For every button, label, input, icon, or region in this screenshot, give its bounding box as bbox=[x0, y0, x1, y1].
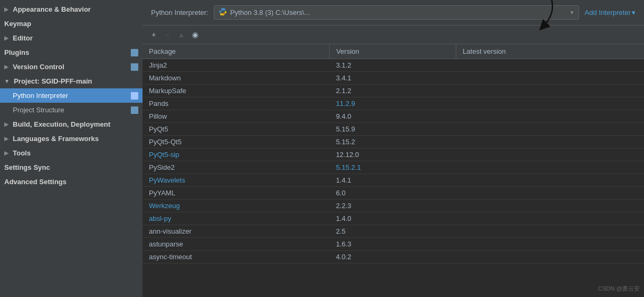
sidebar-item-label: Build, Execution, Deployment bbox=[13, 120, 110, 128]
package-latest-cell bbox=[456, 110, 644, 123]
sidebar-item-label: Advanced Settings bbox=[4, 178, 66, 186]
package-table: Package Version Latest version Jinja23.1… bbox=[143, 44, 644, 263]
table-row[interactable]: Werkzeug2.2.3 bbox=[143, 200, 644, 212]
table-row[interactable]: Pillow9.4.0 bbox=[143, 110, 644, 123]
table-row[interactable]: PyQt5-Qt55.15.2 bbox=[143, 136, 644, 148]
package-version-cell: 3.1.2 bbox=[330, 59, 456, 72]
sidebar-item-version-control[interactable]: ▶ Version Control bbox=[0, 60, 143, 74]
sidebar-item-label: Project: SGID-PFF-main bbox=[14, 77, 92, 85]
chevron-icon: ▶ bbox=[4, 64, 9, 70]
sidebar-item-label: Keymap bbox=[4, 20, 31, 28]
package-latest-cell bbox=[456, 59, 644, 72]
package-latest-cell bbox=[456, 200, 644, 212]
table-row[interactable]: MarkupSafe2.1.2 bbox=[143, 85, 644, 97]
package-name-cell: absl-py bbox=[143, 212, 330, 225]
sidebar-item-python-interpreter[interactable]: Python Interpreter bbox=[0, 88, 143, 103]
column-package: Package bbox=[143, 44, 330, 59]
sidebar-item-editor[interactable]: ▶ Editor bbox=[0, 31, 143, 45]
sidebar-item-label: Plugins bbox=[4, 48, 29, 56]
package-name-cell: async-timeout bbox=[143, 251, 330, 263]
show-paths-button[interactable]: ◉ bbox=[189, 29, 201, 40]
package-name-cell: Pands bbox=[143, 97, 330, 110]
sidebar-item-build-execution[interactable]: ▶ Build, Execution, Deployment bbox=[0, 117, 143, 131]
add-interpreter-label: Add Interpreter bbox=[584, 9, 631, 16]
sidebar-item-tools[interactable]: ▶ Tools bbox=[0, 146, 143, 160]
package-name-cell: PyWavelets bbox=[143, 174, 330, 187]
settings-icon bbox=[131, 49, 138, 56]
package-latest-cell bbox=[456, 251, 644, 263]
sidebar-item-plugins[interactable]: Plugins bbox=[0, 45, 143, 60]
table-row[interactable]: PySide25.15.2.1 bbox=[143, 161, 644, 174]
sidebar-item-settings-sync[interactable]: Settings Sync bbox=[0, 160, 143, 175]
package-name-cell: Werkzeug bbox=[143, 200, 330, 212]
package-latest-cell bbox=[456, 148, 644, 161]
chevron-icon: ▶ bbox=[4, 121, 9, 127]
chevron-icon: ▶ bbox=[4, 6, 9, 12]
sidebar: ▶ Appearance & Behavior Keymap ▶ Editor … bbox=[0, 0, 143, 297]
interpreter-label: Python Interpreter: bbox=[151, 9, 208, 16]
package-version-cell: 5.15.2 bbox=[330, 136, 456, 148]
package-latest-cell bbox=[456, 161, 644, 174]
sidebar-item-project-structure[interactable]: Project Structure bbox=[0, 103, 143, 117]
package-version-cell: 11.2.9 bbox=[330, 97, 456, 110]
sidebar-item-label: Languages & Frameworks bbox=[13, 135, 99, 143]
table-row[interactable]: PyQt55.15.9 bbox=[143, 123, 644, 136]
settings-icon bbox=[131, 106, 138, 114]
column-version: Version bbox=[330, 44, 456, 59]
package-table-container[interactable]: Package Version Latest version Jinja23.1… bbox=[143, 44, 644, 297]
package-version-cell: 3.4.1 bbox=[330, 72, 456, 85]
package-toolbar: + − ▲ ◉ bbox=[143, 26, 644, 44]
package-name-cell: ann-visualizer bbox=[143, 225, 330, 238]
sidebar-item-label: Tools bbox=[13, 149, 31, 157]
package-name-cell: Jinja2 bbox=[143, 59, 330, 72]
header-wrapper: Python Interpreter: bbox=[143, 0, 644, 26]
add-interpreter-button[interactable]: Add Interpreter ▾ bbox=[584, 9, 635, 16]
package-latest-cell bbox=[456, 225, 644, 238]
sidebar-item-languages[interactable]: ▶ Languages & Frameworks bbox=[0, 131, 143, 146]
table-row[interactable]: PyQt5-sip12.12.0 bbox=[143, 148, 644, 161]
sidebar-item-appearance[interactable]: ▶ Appearance & Behavior bbox=[0, 2, 143, 16]
sidebar-item-label: Editor bbox=[13, 34, 33, 42]
package-latest-cell bbox=[456, 97, 644, 110]
chevron-icon: ▶ bbox=[4, 136, 9, 142]
table-row[interactable]: absl-py1.4.0 bbox=[143, 212, 644, 225]
sidebar-item-advanced-settings[interactable]: Advanced Settings bbox=[0, 175, 143, 189]
settings-icon bbox=[131, 63, 138, 71]
sidebar-item-keymap[interactable]: Keymap bbox=[0, 16, 143, 31]
package-latest-cell bbox=[456, 85, 644, 97]
sidebar-item-label: Project Structure bbox=[13, 106, 64, 114]
package-latest-cell bbox=[456, 72, 644, 85]
table-row[interactable]: ann-visualizer2.5 bbox=[143, 225, 644, 238]
package-version-cell: 2.1.2 bbox=[330, 85, 456, 97]
add-package-button[interactable]: + bbox=[148, 29, 160, 40]
up-button[interactable]: ▲ bbox=[175, 29, 187, 40]
interpreter-dropdown[interactable]: Python 3.8 (3) C:\Users\... ▼ bbox=[214, 5, 580, 20]
package-name-cell: PyQt5 bbox=[143, 123, 330, 136]
package-latest-cell bbox=[456, 238, 644, 251]
package-version-cell: 2.2.3 bbox=[330, 200, 456, 212]
table-row[interactable]: astunparse1.6.3 bbox=[143, 238, 644, 251]
table-row[interactable]: async-timeout4.0.2 bbox=[143, 251, 644, 263]
package-version-cell: 12.12.0 bbox=[330, 148, 456, 161]
sidebar-item-label: Version Control bbox=[13, 63, 64, 71]
table-header-row: Package Version Latest version bbox=[143, 44, 644, 59]
sidebar-item-project[interactable]: ▼ Project: SGID-PFF-main bbox=[0, 74, 143, 88]
table-row[interactable]: PyWavelets1.4.1 bbox=[143, 174, 644, 187]
remove-package-button[interactable]: − bbox=[162, 29, 173, 40]
package-name-cell: Pillow bbox=[143, 110, 330, 123]
table-row[interactable]: Markdown3.4.1 bbox=[143, 72, 644, 85]
table-row[interactable]: PyYAML6.0 bbox=[143, 187, 644, 200]
package-name-cell: PyYAML bbox=[143, 187, 330, 200]
sidebar-item-label: Appearance & Behavior bbox=[13, 5, 91, 13]
package-version-cell: 6.0 bbox=[330, 187, 456, 200]
chevron-icon: ▼ bbox=[4, 78, 10, 84]
package-name-cell: Markdown bbox=[143, 72, 330, 85]
settings-icon bbox=[131, 92, 138, 100]
package-latest-cell bbox=[456, 212, 644, 225]
package-version-cell: 2.5 bbox=[330, 225, 456, 238]
package-version-cell: 9.4.0 bbox=[330, 110, 456, 123]
package-version-cell: 1.4.1 bbox=[330, 174, 456, 187]
table-row[interactable]: Pands11.2.9 bbox=[143, 97, 644, 110]
table-row[interactable]: Jinja23.1.2 bbox=[143, 59, 644, 72]
sidebar-item-label: Settings Sync bbox=[4, 163, 50, 171]
